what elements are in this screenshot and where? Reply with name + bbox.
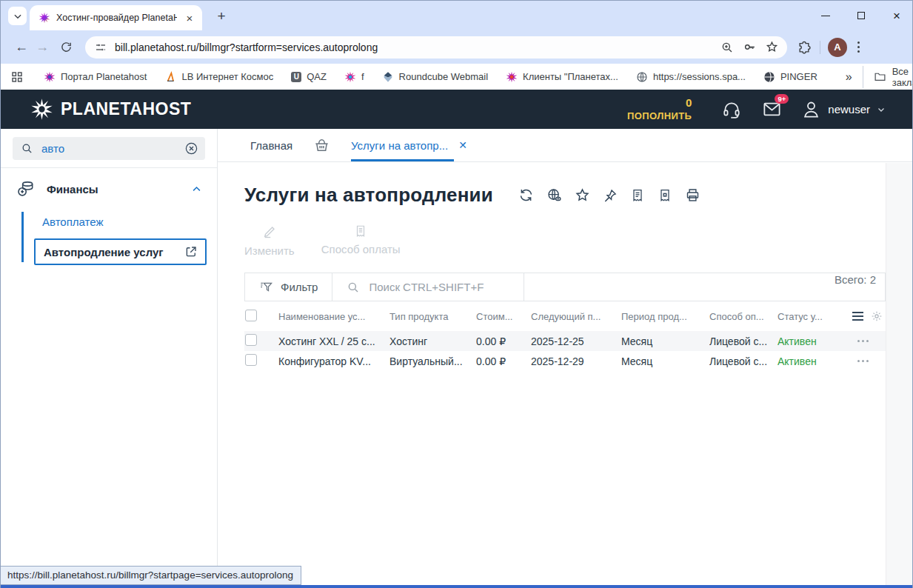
refresh-icon[interactable] bbox=[518, 187, 534, 203]
folder-icon bbox=[874, 70, 886, 83]
all-bookmarks-button[interactable]: Все закладки bbox=[863, 66, 913, 88]
search-icon bbox=[347, 281, 360, 294]
sidebar-section-finance[interactable]: Финансы bbox=[1, 168, 217, 207]
cell-period: Месяц bbox=[621, 355, 709, 367]
col-pay-method[interactable]: Способ оп... bbox=[709, 311, 777, 322]
bookmark-roundcube-webmail[interactable]: Roundcube Webmail bbox=[382, 71, 488, 83]
clear-search-icon[interactable] bbox=[184, 141, 198, 156]
bookmark-star-icon[interactable] bbox=[763, 39, 780, 56]
pin-icon[interactable] bbox=[603, 188, 618, 203]
bookmark-pinger[interactable]: PINGER bbox=[763, 71, 817, 83]
cell-period: Месяц bbox=[621, 335, 709, 347]
tab-close-icon[interactable]: × bbox=[183, 11, 196, 24]
page-title-actions bbox=[518, 187, 700, 203]
external-link-icon bbox=[184, 245, 198, 258]
sidebar-search-input[interactable] bbox=[40, 141, 178, 156]
url-input[interactable] bbox=[113, 41, 713, 54]
address-bar[interactable] bbox=[85, 36, 787, 59]
scrollbar-gutter[interactable] bbox=[886, 163, 912, 586]
topup-button[interactable]: 0 ПОПОЛНИТЬ bbox=[627, 96, 692, 122]
user-menu[interactable]: newuser bbox=[801, 99, 886, 119]
payment-method-button[interactable]: Способ оплаты bbox=[321, 224, 401, 257]
filter-button[interactable]: Фильтр bbox=[245, 273, 332, 301]
brand-logo[interactable]: PLANETAHOST bbox=[30, 98, 191, 121]
gem-favicon bbox=[382, 71, 394, 83]
edit-button[interactable]: Изменить bbox=[244, 224, 295, 257]
bookmarks-overflow-icon[interactable]: » bbox=[835, 70, 863, 84]
globe-favicon bbox=[763, 71, 775, 83]
breadcrumb-home[interactable]: Главная bbox=[250, 139, 292, 152]
mail-badge: 9+ bbox=[775, 94, 789, 104]
forward-button[interactable]: → bbox=[32, 37, 53, 58]
finance-coins-icon bbox=[16, 179, 36, 198]
table-row[interactable]: Конфигуратор KV... Виртуальный... 0.00 ₽… bbox=[244, 351, 886, 371]
filter-funnel-icon bbox=[259, 280, 273, 294]
chevron-up-icon[interactable] bbox=[191, 184, 202, 195]
col-period[interactable]: Период прод... bbox=[621, 311, 709, 322]
bookmark-f[interactable]: f bbox=[344, 71, 364, 83]
col-status[interactable]: Статус у... bbox=[777, 311, 852, 322]
mail-icon[interactable]: 9+ bbox=[761, 99, 782, 120]
reload-button[interactable] bbox=[56, 37, 76, 58]
apps-grid-icon[interactable] bbox=[11, 69, 23, 85]
chrome-right-controls: A bbox=[796, 38, 863, 57]
table-row[interactable]: Хостинг XXL / 25 с... Хостинг 0.00 ₽ 202… bbox=[244, 331, 886, 351]
basket-icon[interactable] bbox=[313, 137, 330, 154]
app-tab-label[interactable]: Услуги на автопр... bbox=[351, 139, 448, 152]
app-tab-close-icon[interactable]: ✕ bbox=[458, 139, 467, 151]
table-search-input[interactable] bbox=[367, 280, 509, 294]
site-settings-icon[interactable] bbox=[94, 41, 107, 54]
bookmark-lb-internet-kosmos[interactable]: LB Интернет Космос bbox=[164, 71, 273, 83]
bookmark-qaz[interactable]: U QAZ bbox=[291, 71, 327, 82]
cell-product-type: Хостинг bbox=[389, 335, 476, 347]
extensions-puzzle-icon[interactable] bbox=[796, 39, 812, 56]
window-close-icon[interactable]: × bbox=[892, 10, 902, 21]
table-search[interactable] bbox=[332, 273, 524, 301]
table-menu-icon[interactable] bbox=[852, 312, 863, 321]
table-settings-gear-icon[interactable] bbox=[871, 310, 883, 323]
cell-name: Конфигуратор KV... bbox=[278, 355, 389, 367]
print-icon[interactable] bbox=[685, 187, 700, 203]
sidebar-section-label: Финансы bbox=[47, 183, 180, 196]
col-cost[interactable]: Стоим... bbox=[476, 311, 531, 322]
status-bar-url: https://bill.planetahost.ru/billmgr?star… bbox=[1, 566, 301, 585]
tab-search-button[interactable] bbox=[8, 7, 27, 25]
browser-toolbar: ← → A bbox=[1, 30, 912, 64]
minimize-icon[interactable] bbox=[820, 10, 831, 21]
sidebar-item-autoprolong[interactable]: Автопродление услуг bbox=[34, 238, 207, 265]
bookmark-sessions[interactable]: https://sessions.spa... bbox=[636, 71, 746, 83]
col-product-type[interactable]: Тип продукта bbox=[389, 311, 476, 322]
row-actions-kebab-icon[interactable] bbox=[852, 340, 886, 342]
row-actions-kebab-icon[interactable] bbox=[852, 360, 886, 362]
row-checkbox[interactable] bbox=[245, 354, 257, 366]
bookmark-clients-planetahost[interactable]: Клиенты "Планетах... bbox=[506, 71, 618, 83]
globe-link-icon[interactable] bbox=[546, 187, 562, 203]
profile-avatar[interactable]: A bbox=[828, 38, 847, 57]
maximize-icon[interactable] bbox=[856, 10, 866, 21]
col-name[interactable]: Наименование ус... bbox=[278, 311, 389, 322]
browser-menu-icon[interactable] bbox=[855, 39, 863, 56]
zoom-icon[interactable] bbox=[719, 39, 735, 56]
password-key-icon[interactable] bbox=[741, 39, 758, 56]
orange-swoosh-favicon bbox=[164, 71, 176, 83]
export-excel-icon[interactable] bbox=[658, 188, 672, 203]
app-tab-active[interactable]: Услуги на автопр... ✕ bbox=[351, 129, 470, 161]
support-headset-icon[interactable] bbox=[721, 99, 742, 120]
active-tab-underline bbox=[351, 159, 454, 161]
filter-bar: Фильтр Всего: 2 bbox=[244, 273, 886, 301]
bookmark-portal-planetahost[interactable]: Портал Planetahost bbox=[44, 71, 147, 83]
reload-icon bbox=[60, 41, 73, 53]
sidebar-item-autopayment[interactable]: Автоплатеж bbox=[1, 209, 217, 235]
select-all-checkbox[interactable] bbox=[245, 310, 257, 321]
favorite-star-icon[interactable] bbox=[575, 187, 590, 203]
report-list-icon[interactable] bbox=[630, 188, 645, 203]
new-tab-button[interactable]: + bbox=[213, 7, 230, 25]
sidebar-search[interactable] bbox=[13, 137, 205, 160]
payment-doc-icon bbox=[354, 224, 367, 238]
row-checkbox[interactable] bbox=[245, 334, 257, 346]
list-toolbar: Изменить Способ оплаты bbox=[244, 224, 886, 257]
cell-status: Активен bbox=[777, 355, 852, 367]
browser-tab[interactable]: Хостинг-провайдер PlanetaHo × bbox=[30, 5, 202, 30]
back-button[interactable]: ← bbox=[11, 37, 32, 58]
col-next-payment[interactable]: Следующий п... bbox=[531, 311, 621, 322]
